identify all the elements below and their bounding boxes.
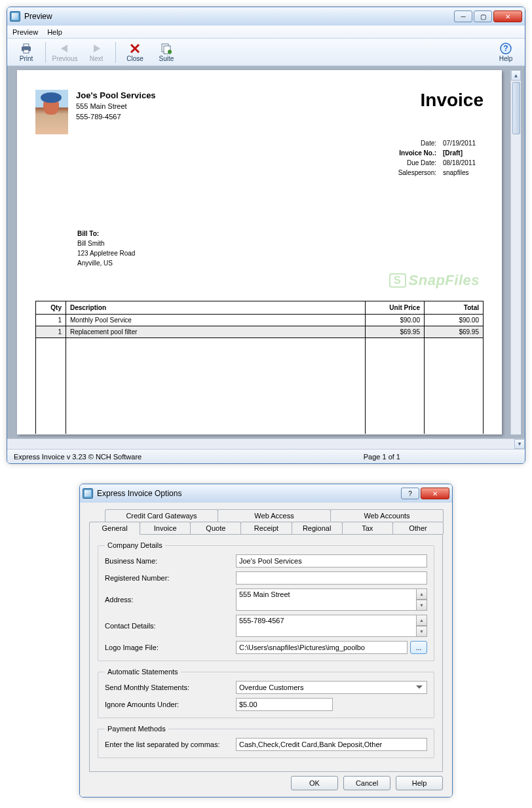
item-desc: Replacement pool filter bbox=[66, 326, 366, 338]
send-monthly-select[interactable]: Overdue Customers bbox=[236, 681, 427, 694]
menu-help[interactable]: Help bbox=[47, 28, 62, 36]
company-phone: 555-789-4567 bbox=[76, 112, 156, 122]
suite-button[interactable]: Suite bbox=[151, 40, 181, 65]
menu-preview[interactable]: Preview bbox=[12, 28, 38, 36]
tab-web-accounts[interactable]: Web Accounts bbox=[330, 509, 444, 522]
meta-sales-label: Salesperson: bbox=[390, 168, 436, 178]
suite-label: Suite bbox=[159, 55, 174, 62]
document-title: Invoice bbox=[421, 90, 484, 111]
item-qty: 1 bbox=[36, 315, 66, 326]
window-title: Express Invoice Options bbox=[97, 489, 401, 498]
scroll-up-icon[interactable]: ▲ bbox=[511, 70, 521, 81]
registered-number-label: Registered Number: bbox=[105, 574, 236, 582]
item-desc: Monthly Pool Service bbox=[66, 315, 366, 326]
company-details-fieldset: Company Details Business Name: Registere… bbox=[98, 541, 434, 661]
auto-statements-legend: Automatic Statements bbox=[105, 668, 181, 676]
payment-methods-label: Enter the list separated by commas: bbox=[105, 741, 236, 748]
cancel-button[interactable]: Cancel bbox=[343, 776, 390, 790]
window-title: Preview bbox=[24, 12, 454, 21]
company-address: 555 Main Street bbox=[76, 102, 156, 111]
svg-rect-1 bbox=[24, 44, 29, 47]
svg-rect-2 bbox=[24, 50, 29, 53]
bill-to-heading: Bill To: bbox=[77, 229, 484, 239]
tab-quote[interactable]: Quote bbox=[190, 522, 241, 534]
print-label: Print bbox=[20, 55, 33, 62]
app-icon bbox=[10, 11, 20, 22]
bill-to-city: Anyville, US bbox=[77, 258, 484, 268]
spin-up-icon[interactable]: ▲ bbox=[417, 588, 427, 600]
maximize-button[interactable]: ▢ bbox=[474, 10, 492, 22]
meta-date-label: Date: bbox=[390, 138, 436, 148]
titlebar-help-button[interactable]: ? bbox=[401, 488, 419, 499]
address-label: Address: bbox=[105, 596, 236, 604]
scroll-down-icon[interactable]: ▼ bbox=[514, 439, 525, 449]
preview-content: SSnapFiles Joe's Pool Services 555 Main … bbox=[7, 66, 525, 438]
menubar: Preview Help bbox=[7, 26, 525, 39]
meta-no-label: Invoice No.: bbox=[390, 148, 436, 158]
print-button[interactable]: Print bbox=[11, 40, 41, 65]
help-icon: ? bbox=[499, 43, 512, 54]
spin-down-icon[interactable]: ▼ bbox=[417, 626, 427, 637]
close-label: Close bbox=[126, 55, 143, 62]
company-logo bbox=[35, 90, 68, 134]
logo-file-field[interactable] bbox=[236, 641, 408, 654]
meta-date: 07/19/2011 bbox=[443, 138, 481, 148]
minimize-button[interactable]: ─ bbox=[454, 10, 472, 22]
contact-label: Contact Details: bbox=[105, 622, 236, 630]
titlebar[interactable]: Preview ─ ▢ ✕ bbox=[7, 7, 525, 26]
tab-other[interactable]: Other bbox=[392, 522, 444, 534]
close-window-button[interactable]: ✕ bbox=[493, 10, 522, 22]
col-qty: Qty bbox=[36, 301, 66, 315]
help-button[interactable]: ? Help bbox=[491, 40, 521, 65]
next-button: Next bbox=[81, 40, 111, 65]
tab-row-2: General Invoice Quote Receipt Regional T… bbox=[89, 522, 443, 535]
ignore-amounts-label: Ignore Amounts Under: bbox=[105, 701, 236, 708]
arrow-left-icon bbox=[58, 43, 71, 54]
tab-tax[interactable]: Tax bbox=[342, 522, 393, 534]
close-window-button[interactable]: ✕ bbox=[421, 488, 449, 499]
bill-to-name: Bill Smith bbox=[77, 239, 484, 248]
items-table: Qty Description Unit Price Total 1 Month… bbox=[35, 301, 484, 434]
meta-due: 08/18/2011 bbox=[443, 158, 481, 168]
spin-down-icon[interactable]: ▼ bbox=[417, 600, 427, 611]
contact-field[interactable]: 555-789-4567 bbox=[236, 615, 417, 637]
previous-label: Previous bbox=[52, 55, 78, 62]
toolbar: Print Previous Next Close Suite ? Help bbox=[7, 39, 525, 66]
browse-button[interactable]: ... bbox=[410, 641, 427, 654]
col-desc: Description bbox=[66, 301, 366, 315]
meta-no: [Draft] bbox=[443, 148, 481, 158]
item-unit: $90.00 bbox=[366, 315, 425, 326]
tab-web-access[interactable]: Web Access bbox=[218, 509, 331, 522]
spin-up-icon[interactable]: ▲ bbox=[417, 615, 427, 626]
tab-credit-card-gateways[interactable]: Credit Card Gateways bbox=[105, 509, 218, 522]
address-field[interactable]: 555 Main Street bbox=[236, 588, 417, 611]
close-button[interactable]: Close bbox=[120, 40, 150, 65]
tab-invoice[interactable]: Invoice bbox=[140, 522, 191, 534]
tab-regional[interactable]: Regional bbox=[292, 522, 343, 534]
toolbar-separator bbox=[45, 42, 46, 63]
payment-methods-field[interactable] bbox=[236, 738, 427, 751]
bill-to: Bill To: Bill Smith 123 Appletree Road A… bbox=[77, 229, 484, 268]
preview-window: Preview ─ ▢ ✕ Preview Help Print Previou… bbox=[7, 7, 525, 464]
item-qty: 1 bbox=[36, 326, 66, 338]
tab-general[interactable]: General bbox=[89, 522, 140, 535]
vertical-scrollbar[interactable]: ▲ bbox=[510, 70, 521, 434]
help-button[interactable]: Help bbox=[396, 776, 443, 790]
ok-button[interactable]: OK bbox=[291, 776, 338, 790]
invoice-meta: Date:07/19/2011 Invoice No.:[Draft] Due … bbox=[35, 138, 484, 178]
options-window: Express Invoice Options ? ✕ Credit Card … bbox=[79, 484, 453, 798]
registered-number-field[interactable] bbox=[236, 571, 427, 585]
tab-receipt[interactable]: Receipt bbox=[240, 522, 292, 534]
item-total: $90.00 bbox=[425, 315, 484, 326]
payment-methods-legend: Payment Methods bbox=[105, 725, 168, 733]
scroll-thumb[interactable] bbox=[512, 82, 520, 134]
status-version: Express Invoice v 3.23 © NCH Software bbox=[14, 453, 142, 461]
help-label: Help bbox=[499, 55, 513, 62]
business-name-field[interactable] bbox=[236, 554, 427, 568]
company-info: Joe's Pool Services 555 Main Street 555-… bbox=[76, 90, 156, 122]
col-unit: Unit Price bbox=[366, 301, 425, 315]
titlebar[interactable]: Express Invoice Options ? ✕ bbox=[80, 484, 452, 503]
ignore-amounts-field[interactable] bbox=[236, 698, 333, 711]
status-pages: Page 1 of 1 bbox=[364, 453, 400, 461]
svg-text:?: ? bbox=[503, 44, 508, 53]
